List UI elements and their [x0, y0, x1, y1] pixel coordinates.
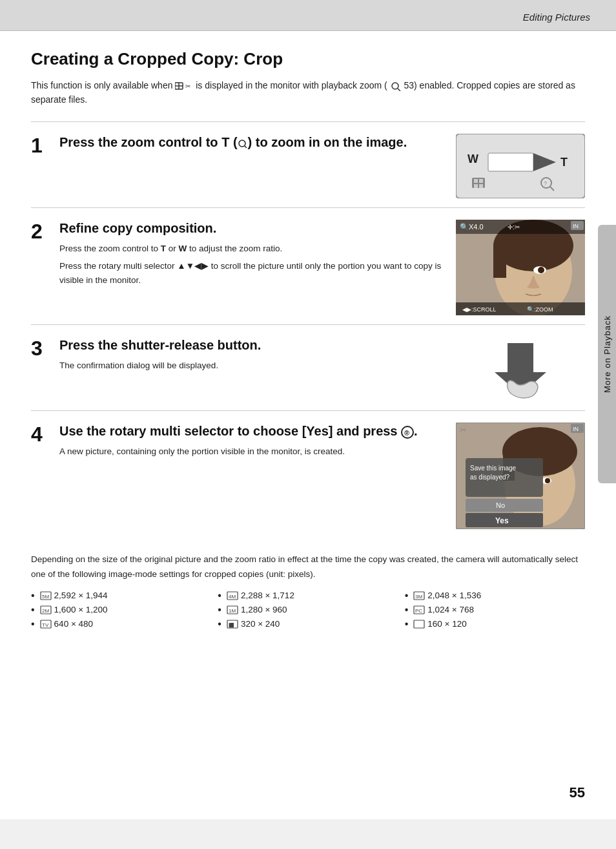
svg-text:Save this image: Save this image [470, 465, 517, 472]
step-2-image: 🔍X4.0 ✛:✂ IN ◀▶:SCROLL 🔍:ZOOM [456, 220, 585, 315]
step-4-image: ✂ IN Save this image as displayed? No Ye… [456, 423, 585, 529]
step-2-heading: Refine copy composition. [59, 220, 443, 236]
step-4-number: 4 [31, 423, 59, 445]
bullet-item: TV 640 × 480 [31, 618, 211, 630]
svg-text:5M: 5M [42, 594, 49, 600]
header-bar: Editing Pictures [0, 0, 616, 31]
svg-line-7 [245, 146, 247, 148]
step-1-heading: Press the zoom control to T ( ) to zoom … [59, 134, 443, 151]
step-3-image [456, 337, 585, 401]
header-title: Editing Pictures [523, 12, 590, 23]
sidebar: More on Playback [598, 225, 616, 483]
svg-text:W: W [467, 152, 478, 165]
bullet-item: 3M 2,048 × 1,536 [405, 590, 585, 602]
svg-text:2M: 2M [42, 608, 49, 614]
sidebar-label: More on Playback [602, 315, 612, 393]
bullet-list: 5M 2,592 × 1,944 4M 2,288 × 1,712 3M 2,0… [31, 590, 585, 630]
svg-text:✛:✂: ✛:✂ [508, 224, 520, 231]
svg-rect-15 [479, 179, 483, 183]
svg-text:🔍X4.0: 🔍X4.0 [460, 222, 484, 231]
svg-rect-16 [474, 184, 478, 188]
page-number: 55 [570, 784, 585, 801]
step-4-text-1: A new picture, containing only the porti… [59, 445, 443, 459]
bullet-item: PC 1,024 × 768 [405, 604, 585, 616]
step-3-number: 3 [31, 337, 59, 359]
svg-text:⬛: ⬛ [229, 622, 234, 628]
step-3: 3 Press the shutter-release button. The … [31, 324, 585, 410]
svg-text:PC: PC [415, 608, 422, 614]
svg-point-44 [545, 478, 550, 483]
bullet-item: 1M 1,280 × 960 [218, 604, 398, 616]
main-content: Creating a Cropped Copy: Crop This funct… [0, 31, 616, 819]
svg-rect-10 [488, 153, 533, 171]
svg-text:TV: TV [42, 622, 49, 628]
svg-rect-14 [474, 179, 478, 183]
intro-text: This function is only available when ✂ i… [31, 78, 585, 107]
svg-line-5 [398, 89, 400, 91]
step-2-text-1: Press the zoom control to T or W to adju… [59, 242, 443, 256]
step-2-content: Refine copy composition. Press the zoom … [59, 220, 456, 291]
step-1-image: W T ? [456, 134, 585, 198]
closing-text: Depending on the size of the original pi… [31, 552, 585, 582]
svg-point-4 [392, 83, 398, 89]
step-1-number: 1 [31, 134, 59, 156]
svg-text:Yes: Yes [495, 516, 509, 525]
step-3-text-1: The confirmation dialog will be displaye… [59, 359, 443, 373]
svg-rect-17 [479, 184, 483, 188]
svg-text:◀▶:SCROLL: ◀▶:SCROLL [462, 306, 497, 313]
svg-point-6 [239, 140, 245, 147]
svg-point-27 [538, 267, 544, 273]
svg-text:?: ? [544, 180, 547, 187]
svg-text:✂: ✂ [185, 83, 190, 90]
step-3-content: Press the shutter-release button. The co… [59, 337, 456, 377]
svg-text:®: ® [404, 429, 409, 437]
svg-text:🔍:ZOOM: 🔍:ZOOM [527, 306, 553, 313]
svg-text:as displayed?: as displayed? [470, 474, 510, 481]
step-2-number: 2 [31, 220, 59, 242]
svg-text:No: No [496, 501, 505, 509]
svg-rect-71 [414, 620, 424, 628]
svg-text:3M: 3M [415, 594, 422, 600]
svg-text:T: T [560, 156, 568, 169]
step-2-text-2: Press the rotary multi selector ▲▼◀▶ to … [59, 259, 443, 287]
svg-text:IN: IN [573, 426, 579, 432]
svg-text:✂: ✂ [460, 425, 467, 435]
svg-text:4M: 4M [229, 594, 236, 600]
bullet-item: 2M 1,600 × 1,200 [31, 604, 211, 616]
bullet-item: ⬛ 320 × 240 [218, 618, 398, 630]
page-title: Creating a Cropped Copy: Crop [31, 49, 585, 69]
svg-rect-25 [493, 246, 506, 278]
step-1: 1 Press the zoom control to T ( ) to zoo… [31, 121, 585, 207]
step-2: 2 Refine copy composition. Press the zoo… [31, 207, 585, 324]
bullet-item: 160 × 120 [405, 618, 585, 630]
step-4-heading: Use the rotary multi selector to choose … [59, 423, 443, 439]
bullet-item: 4M 2,288 × 1,712 [218, 590, 398, 602]
step-4: 4 Use the rotary multi selector to choos… [31, 410, 585, 538]
bullet-item: 5M 2,592 × 1,944 [31, 590, 211, 602]
svg-text:1M: 1M [229, 608, 236, 614]
step-1-content: Press the zoom control to T ( ) to zoom … [59, 134, 456, 156]
step-4-content: Use the rotary multi selector to choose … [59, 423, 456, 463]
step-3-heading: Press the shutter-release button. [59, 337, 443, 353]
svg-text:IN: IN [573, 223, 579, 229]
